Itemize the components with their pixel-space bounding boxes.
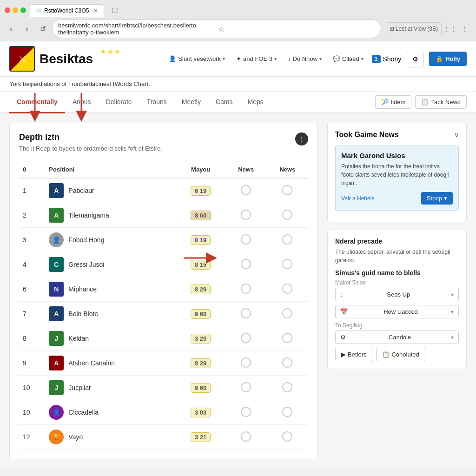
lidem-button[interactable]: 🎾 lidem: [375, 95, 411, 109]
maximize-dot[interactable]: [20, 7, 26, 13]
row-number: 10: [19, 376, 45, 400]
precade-card: Nderal precade The ufidates peprer, anve…: [327, 230, 467, 369]
tab-meps[interactable]: Meps: [240, 92, 271, 113]
checkbox-13[interactable]: [241, 333, 251, 343]
settings-button[interactable]: ⚙: [407, 51, 423, 67]
nav-cllaed[interactable]: 💬 Cllaed ▾: [330, 53, 366, 64]
tab-cams[interactable]: Cams: [208, 92, 240, 113]
nav-slunt[interactable]: 👤 Slunt vesetwork ▾: [166, 53, 228, 64]
extensions-button[interactable]: ⋮⋮: [443, 22, 456, 35]
select-seds-up[interactable]: ↕ Seds Up ▾: [335, 288, 459, 301]
news1-cell[interactable]: [225, 376, 267, 400]
nav-donnow[interactable]: ↓ Do Nnow ▾: [285, 53, 324, 64]
news1-cell[interactable]: [225, 302, 267, 326]
menu-dots-icon: ⋮: [299, 136, 304, 142]
news1-cell[interactable]: [225, 351, 267, 376]
news2-cell[interactable]: [267, 228, 308, 252]
score-badge: 3 21: [191, 432, 211, 442]
checkbox-8[interactable]: [282, 259, 292, 269]
checkbox-14[interactable]: [282, 333, 292, 343]
nav-foe[interactable]: ✦ and FOE 3 ▾: [233, 53, 279, 64]
checkbox-18[interactable]: [282, 382, 292, 392]
news1-cell[interactable]: [225, 178, 267, 203]
new-tab-button[interactable]: □: [108, 4, 122, 17]
tab-deliorate[interactable]: Deliorate: [99, 92, 139, 113]
tab-meps-label: Meps: [248, 98, 264, 106]
checkbox-17[interactable]: [241, 382, 251, 392]
checkbox-4[interactable]: [282, 210, 292, 220]
conoluted-button[interactable]: 📋 Conoluted: [376, 348, 425, 361]
news2-cell[interactable]: [267, 203, 308, 228]
holly-button[interactable]: 🔒 Holly: [429, 52, 467, 66]
bookmark-icon[interactable]: ☆: [218, 25, 375, 33]
stocp-button[interactable]: Stocp ▾: [421, 192, 453, 205]
checkbox-5[interactable]: [241, 234, 251, 245]
checkbox-2[interactable]: [282, 185, 292, 195]
tab-meetly[interactable]: Meetly: [174, 92, 208, 113]
checkbox-11[interactable]: [241, 308, 251, 318]
tab-close-icon[interactable]: ✕: [93, 7, 98, 14]
news1-cell[interactable]: [225, 203, 267, 228]
news2-cell[interactable]: [267, 277, 308, 302]
news-chevron-icon[interactable]: ∨: [454, 131, 459, 139]
minimize-dot[interactable]: [13, 7, 18, 13]
browser-tab[interactable]: 📄 RsttoWorldl C3O5 ✕: [30, 4, 104, 17]
table-row: 10 J Jucpliar 9 60: [19, 376, 308, 400]
news2-cell[interactable]: [267, 302, 308, 326]
last-viewed-btn[interactable]: ⊞ Lest at View (3S): [386, 22, 442, 35]
select-candole[interactable]: ⚙ Candole ▾: [335, 331, 459, 344]
refresh-button[interactable]: ↺: [36, 22, 49, 35]
checkbox-3[interactable]: [241, 210, 251, 220]
checkbox-19[interactable]: [241, 407, 251, 417]
checkbox-16[interactable]: [282, 357, 292, 368]
checkbox-7[interactable]: [241, 259, 251, 269]
checkbox-21[interactable]: [241, 431, 251, 442]
tab-commentally[interactable]: Commentally: [9, 92, 65, 113]
checkbox-6[interactable]: [282, 234, 292, 245]
news2-cell[interactable]: [267, 178, 308, 203]
news1-cell[interactable]: [225, 326, 267, 351]
select-how-uacced[interactable]: 📅 How Uacced ▾: [335, 305, 459, 318]
news2-cell[interactable]: [267, 376, 308, 400]
back-button[interactable]: ‹: [5, 22, 18, 35]
tack-newd-button[interactable]: 📋 Tack Newd: [415, 95, 467, 109]
precade-description: The ufidates peprer, anvetal or detl the…: [335, 248, 459, 264]
news-card-header: Took Gaime News ∨: [335, 131, 459, 139]
tab-anous[interactable]: Anous: [65, 92, 99, 113]
menu-button[interactable]: ⋮: [458, 22, 471, 35]
player-cell: A Pabciaur: [45, 178, 176, 203]
news1-cell[interactable]: [225, 277, 267, 302]
score-badge: 8 19: [191, 235, 211, 245]
news1-cell[interactable]: [225, 252, 267, 277]
featured-link[interactable]: Veir a Hebels: [341, 195, 374, 202]
checkbox-20[interactable]: [282, 407, 292, 417]
checkbox-1[interactable]: [241, 185, 251, 195]
score-badge: 9 60: [191, 383, 211, 393]
news2-cell[interactable]: [267, 351, 308, 376]
news2-cell[interactable]: [267, 400, 308, 425]
col-mayou: Mayou: [176, 161, 225, 178]
site-name: Besiktas: [40, 52, 93, 66]
forward-button[interactable]: ›: [20, 22, 33, 35]
checkbox-15[interactable]: [241, 357, 251, 368]
news2-cell[interactable]: [267, 252, 308, 277]
star-3: ★: [114, 48, 120, 55]
player-name: Atsben Canainn: [68, 359, 115, 367]
news1-cell[interactable]: [225, 228, 267, 252]
checkbox-10[interactable]: [282, 284, 292, 294]
checkbox-9[interactable]: [241, 284, 251, 294]
table-row: 9 A Atsben Canainn 8 29: [19, 351, 308, 376]
news1-cell[interactable]: [225, 425, 267, 450]
address-bar[interactable]: besmlwordc.com/shart/irebtscl/ip/besches…: [52, 20, 381, 38]
table-row: 12 🏆 Vayo 3 21: [19, 425, 308, 450]
checkbox-12[interactable]: [282, 308, 292, 318]
table-menu-button[interactable]: ⋮: [295, 132, 308, 145]
news2-cell[interactable]: [267, 425, 308, 450]
featured-card: Mark Garond Usios Potalies the frona the…: [335, 145, 459, 211]
tab-trouns[interactable]: Trouns: [139, 92, 174, 113]
news1-cell[interactable]: [225, 400, 267, 425]
checkbox-22[interactable]: [282, 431, 292, 442]
close-dot[interactable]: [5, 7, 10, 13]
news2-cell[interactable]: [267, 326, 308, 351]
betiers-button[interactable]: ▶ Betiers: [335, 348, 372, 361]
